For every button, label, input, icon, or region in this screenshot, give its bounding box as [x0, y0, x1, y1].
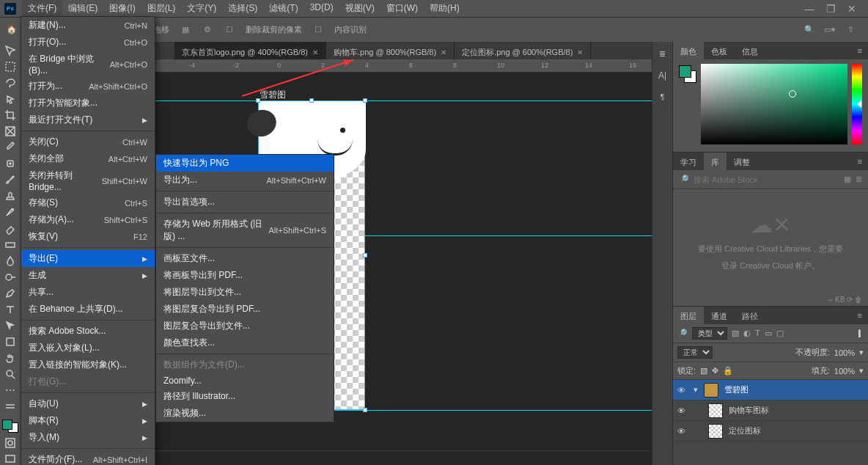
menu-item[interactable]: 快速导出为 PNG: [156, 155, 334, 172]
home-icon[interactable]: 🏠: [6, 24, 18, 36]
lasso-tool[interactable]: [3, 77, 18, 89]
layer-name[interactable]: 定位图标: [729, 425, 761, 436]
menu-item[interactable]: 在 Behance 上共享(D)...: [21, 301, 155, 318]
settings-gear-icon[interactable]: ⚙: [202, 24, 213, 36]
opacity-value[interactable]: 100%: [834, 348, 855, 357]
filter-toggle[interactable]: ⏽: [856, 329, 864, 338]
minimize-button[interactable]: —: [804, 3, 814, 15]
panel-menu-icon[interactable]: ≡: [858, 307, 868, 324]
more-tools[interactable]: ⋯: [3, 384, 18, 396]
document-tab[interactable]: 京东首页logo.png @ 400%(RGB/8)✕: [174, 42, 326, 59]
filter-shape-icon[interactable]: ▭: [765, 329, 772, 338]
menubar-item[interactable]: 编辑(E): [62, 0, 103, 18]
visibility-eye-icon[interactable]: 👁: [677, 386, 688, 395]
panel-tab[interactable]: 路径: [735, 307, 765, 324]
menu-item[interactable]: 导出(E)▶: [21, 250, 155, 267]
lock-position-icon[interactable]: ✥: [712, 366, 718, 376]
filter-smart-icon[interactable]: ▢: [776, 329, 784, 338]
menu-item[interactable]: 将画板导出到 PDF...: [156, 267, 334, 284]
transform-handle[interactable]: [363, 98, 367, 103]
history-brush-tool[interactable]: [3, 206, 18, 218]
menu-item[interactable]: 在 Bridge 中浏览(B)...Alt+Ctrl+O: [21, 51, 155, 78]
eraser-tool[interactable]: [3, 223, 18, 235]
menu-item[interactable]: 关闭并转到 Bridge...Shift+Ctrl+W: [21, 167, 155, 194]
brush-tool[interactable]: [3, 174, 18, 186]
layer-row[interactable]: 👁▾雪碧图: [673, 380, 868, 400]
shape-tool[interactable]: [3, 336, 18, 348]
transform-handle[interactable]: [309, 98, 314, 103]
menu-item[interactable]: 恢复(V)F12: [21, 228, 155, 245]
maximize-button[interactable]: ❐: [826, 3, 836, 15]
quick-select-tool[interactable]: [3, 93, 18, 105]
file-menu[interactable]: 新建(N)...Ctrl+N打开(O)...Ctrl+O在 Bridge 中浏览…: [21, 16, 155, 465]
view-list-icon[interactable]: ≣: [856, 175, 862, 184]
layer-name[interactable]: 购物车图标: [729, 405, 769, 416]
visibility-eye-icon[interactable]: 👁: [677, 406, 688, 415]
panel-tab[interactable]: 通道: [704, 307, 735, 324]
move-tool[interactable]: [3, 45, 18, 56]
stock-search-input[interactable]: [694, 175, 839, 184]
gradient-tool[interactable]: [3, 239, 18, 251]
lock-all-icon[interactable]: 🔒: [723, 366, 733, 376]
panel-tab[interactable]: 信息: [735, 42, 765, 59]
color-swatch-pair[interactable]: [679, 65, 696, 83]
tab-close-icon[interactable]: ✕: [577, 48, 583, 56]
marquee-tool[interactable]: [3, 61, 18, 73]
color-picker-ring[interactable]: [789, 90, 796, 98]
menubar-item[interactable]: 文件(F): [22, 0, 62, 18]
hue-cursor[interactable]: [857, 100, 861, 108]
transform-handle[interactable]: [363, 253, 367, 257]
blur-tool[interactable]: [3, 255, 18, 267]
menu-item[interactable]: 新建(N)...Ctrl+N: [21, 17, 155, 34]
filter-type-icon[interactable]: T: [755, 329, 760, 338]
menu-item[interactable]: 导出首选项...: [156, 194, 334, 210]
menubar-item[interactable]: 选择(S): [222, 0, 263, 18]
panel-menu-icon[interactable]: ≡: [858, 153, 868, 170]
panel-tab[interactable]: 库: [704, 153, 727, 170]
panel-tab[interactable]: 图层: [673, 307, 704, 324]
filter-search-icon[interactable]: 🔎: [677, 329, 688, 338]
panel-tab[interactable]: 颜色: [673, 42, 704, 59]
folder-toggle-icon[interactable]: ▾: [694, 385, 698, 395]
transform-handle[interactable]: [256, 98, 260, 103]
paragraph-panel-icon[interactable]: ¶: [661, 92, 665, 101]
close-window-button[interactable]: ✕: [847, 3, 856, 15]
transform-handle[interactable]: [363, 408, 367, 412]
menu-item[interactable]: 存储(S)Ctrl+S: [21, 194, 155, 211]
menu-item[interactable]: 渲染视频...: [156, 405, 334, 422]
grid-overlay-icon[interactable]: ▦: [180, 24, 191, 36]
menu-item[interactable]: 将图层复合导出到 PDF...: [156, 301, 334, 318]
menu-item[interactable]: 打开为...Alt+Shift+Ctrl+O: [21, 78, 155, 95]
screenmode-toggle[interactable]: [3, 453, 18, 465]
document-tab[interactable]: 定位图标.png @ 600%(RGB/8)✕: [455, 42, 591, 59]
pen-tool[interactable]: [3, 288, 18, 299]
blend-mode-select[interactable]: 正常: [677, 346, 713, 359]
share-icon[interactable]: ⇧: [845, 24, 856, 36]
menu-item[interactable]: 颜色查找表...: [156, 334, 334, 351]
tab-close-icon[interactable]: ✕: [441, 48, 446, 56]
menubar-item[interactable]: 滤镜(T): [263, 0, 304, 18]
color-field[interactable]: [701, 64, 847, 144]
eyedropper-tool[interactable]: [3, 142, 18, 153]
menu-item[interactable]: 置入嵌入对象(L)...: [21, 340, 155, 356]
menu-item[interactable]: 导出为...Alt+Shift+Ctrl+W: [156, 172, 334, 188]
menubar-item[interactable]: 图像(I): [103, 0, 141, 18]
history-panel-icon[interactable]: ≣: [659, 49, 666, 59]
menu-item[interactable]: 画板至文件...: [156, 250, 334, 267]
menu-item[interactable]: 最近打开文件(T)▶: [21, 111, 155, 128]
zoom-tool[interactable]: [3, 368, 18, 380]
view-grid-icon[interactable]: ▦: [844, 175, 851, 184]
menu-item[interactable]: 存储为(A)...Shift+Ctrl+S: [21, 211, 155, 228]
crop-tool[interactable]: [3, 109, 18, 121]
export-submenu[interactable]: 快速导出为 PNG导出为...Alt+Shift+Ctrl+W导出首选项...存…: [155, 154, 334, 422]
type-tool[interactable]: [3, 304, 18, 315]
panel-tab[interactable]: 色板: [704, 42, 735, 59]
menubar-item[interactable]: 窗口(W): [380, 0, 424, 18]
menu-item[interactable]: 自动(U)▶: [21, 395, 155, 412]
clone-stamp-tool[interactable]: [3, 190, 18, 202]
menu-item[interactable]: 脚本(R)▶: [21, 412, 155, 429]
layer-row[interactable]: 👁定位图标: [673, 421, 868, 442]
menu-item[interactable]: 打开(O)...Ctrl+O: [21, 34, 155, 51]
lock-pixels-icon[interactable]: ▧: [700, 366, 707, 376]
menu-item[interactable]: 生成▶: [21, 267, 155, 284]
